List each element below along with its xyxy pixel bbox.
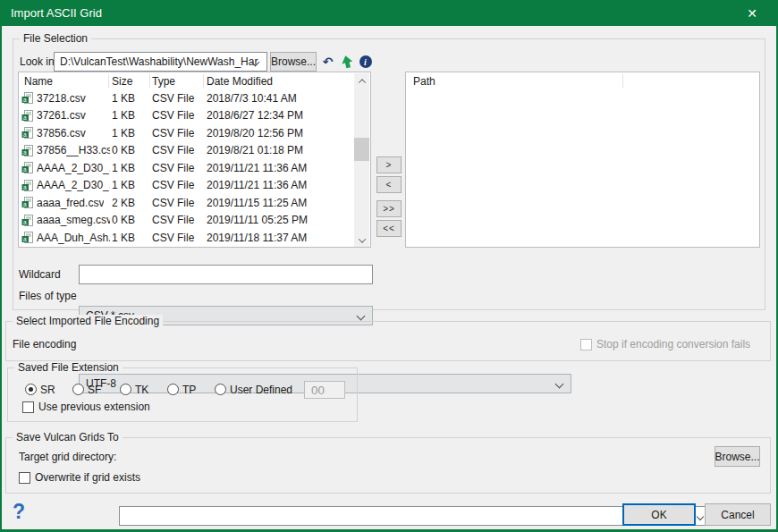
csv-file-icon: a bbox=[21, 110, 33, 122]
radio-user-defined[interactable]: User Defined bbox=[215, 383, 292, 396]
file-row[interactable]: aaaaa_fred.csv2 KBCSV File2019/11/15 11:… bbox=[19, 194, 370, 212]
use-previous-extension-checkbox[interactable]: Use previous extension bbox=[22, 401, 150, 413]
csv-file-icon: a bbox=[21, 92, 33, 104]
file-selection-group-label: File Selection bbox=[20, 32, 91, 45]
close-icon[interactable]: ✕ bbox=[739, 0, 765, 26]
svg-text:a: a bbox=[23, 148, 27, 155]
file-name: aaaa_fred.csv bbox=[37, 197, 104, 209]
file-row[interactable]: aAAAA_2_D30_...1 KBCSV File2019/11/21 11… bbox=[19, 177, 370, 195]
look-in-label: Look in bbox=[20, 52, 55, 72]
radio-button[interactable] bbox=[25, 384, 37, 395]
radio-button[interactable] bbox=[72, 384, 84, 395]
radio-button[interactable] bbox=[120, 384, 131, 395]
vertical-scrollbar[interactable] bbox=[354, 73, 369, 248]
file-size: 1 KB bbox=[110, 162, 150, 174]
column-header-name[interactable]: Name bbox=[19, 75, 110, 88]
radio-label: SF bbox=[88, 384, 101, 396]
file-row[interactable]: a37856__H33.csv0 KBCSV File2019/8/21 01:… bbox=[19, 142, 370, 160]
radio-button[interactable] bbox=[167, 384, 179, 395]
radio-sr[interactable]: SR bbox=[25, 383, 55, 396]
file-size: 1 KB bbox=[110, 179, 150, 191]
use-previous-extension-label: Use previous extension bbox=[38, 401, 150, 413]
up-arrow-glyph bbox=[341, 55, 353, 69]
file-modified: 2018/6/27 12:34 PM bbox=[205, 109, 370, 122]
file-row[interactable]: a37261.csv1 KBCSV File2018/6/27 12:34 PM bbox=[19, 107, 370, 125]
overwrite-if-grid-exists-checkbox[interactable]: Overwrite if grid exists bbox=[19, 471, 140, 484]
wildcard-input[interactable] bbox=[79, 265, 373, 284]
file-encoding-label: File encoding bbox=[13, 334, 76, 354]
ok-button-label: OK bbox=[651, 509, 666, 521]
file-size: 1 KB bbox=[110, 92, 150, 105]
browse-target-button-label: Browse... bbox=[715, 451, 760, 463]
column-header-size[interactable]: Size bbox=[110, 75, 150, 88]
file-row[interactable]: aAAAA_2_D30_...1 KBCSV File2019/11/21 11… bbox=[19, 159, 370, 177]
user-defined-extension-input[interactable] bbox=[304, 381, 345, 399]
radio-tp[interactable]: TP bbox=[167, 383, 196, 396]
file-type: CSV File bbox=[150, 162, 205, 174]
file-type: CSV File bbox=[150, 197, 205, 209]
file-row[interactable]: aAAA_Duh_Ash...1 KBCSV File2019/11/18 11… bbox=[19, 229, 370, 247]
checkbox-box[interactable] bbox=[22, 401, 34, 413]
column-divider bbox=[108, 74, 109, 88]
file-modified: 2019/11/15 11:25 AM bbox=[205, 197, 370, 209]
up-directory-icon[interactable] bbox=[339, 54, 354, 70]
file-size: 1 KB bbox=[110, 109, 150, 122]
checkbox-box[interactable] bbox=[19, 472, 30, 484]
look-in-value: D:\VulcanTest\Washability\NewWash_Har bbox=[60, 55, 258, 68]
csv-file-icon: a bbox=[21, 162, 33, 173]
radio-button[interactable] bbox=[215, 384, 226, 395]
encoding-group-label: Select Imported File Encoding bbox=[13, 315, 163, 327]
cancel-button[interactable]: Cancel bbox=[705, 503, 771, 526]
file-rows: a37218.csv1 KBCSV File2018/7/3 10:41 AMa… bbox=[19, 89, 370, 247]
add-all-files-button[interactable]: >> bbox=[376, 200, 402, 217]
file-modified: 2019/11/11 05:25 PM bbox=[205, 214, 370, 226]
column-header-modified[interactable]: Date Modified bbox=[205, 75, 370, 88]
look-in-combobox[interactable]: D:\VulcanTest\Washability\NewWash_Har bbox=[54, 52, 267, 72]
file-name: 37856__H33.csv bbox=[37, 144, 110, 156]
browse-target-button[interactable]: Browse... bbox=[715, 446, 760, 467]
file-modified: 2019/8/20 12:56 PM bbox=[205, 127, 370, 139]
ok-button[interactable]: OK bbox=[622, 503, 696, 526]
selected-file-list[interactable]: Path bbox=[405, 72, 760, 248]
save-vulcan-grids-group: Save Vulcan Grids To bbox=[5, 437, 771, 494]
save-vulcan-grids-group-label: Save Vulcan Grids To bbox=[13, 431, 123, 443]
file-name: AAA_Duh_Ash... bbox=[37, 232, 110, 244]
scrollbar-thumb[interactable] bbox=[354, 138, 369, 161]
remove-all-files-button[interactable]: << bbox=[376, 220, 402, 237]
help-icon[interactable]: ? bbox=[13, 500, 25, 524]
svg-text:a: a bbox=[23, 166, 27, 173]
radio-sf[interactable]: SF bbox=[72, 383, 101, 396]
wildcard-label: Wildcard bbox=[19, 265, 61, 284]
file-row[interactable]: aaaaa_smeg.csv0 KBCSV File2019/11/11 05:… bbox=[19, 212, 370, 230]
file-size: 2 KB bbox=[110, 197, 150, 209]
column-header-type[interactable]: Type bbox=[150, 75, 205, 88]
import-ascii-grid-dialog: Import ASCII Grid ✕ File Selection Look … bbox=[0, 0, 778, 532]
file-size: 0 KB bbox=[110, 144, 150, 156]
source-file-list[interactable]: Name Size Type Date Modified a37218.csv1… bbox=[18, 72, 371, 248]
file-row[interactable]: a37856.csv1 KBCSV File2019/8/20 12:56 PM bbox=[19, 124, 370, 142]
target-grid-directory-label: Target grid directory: bbox=[19, 447, 116, 467]
file-name: aaaa_smeg.csv bbox=[37, 214, 110, 226]
browse-files-button[interactable]: Browse... bbox=[270, 52, 317, 72]
remove-file-button[interactable]: < bbox=[376, 176, 402, 193]
scrollbar-up-icon[interactable] bbox=[354, 73, 369, 89]
radio-tk[interactable]: TK bbox=[120, 383, 148, 396]
file-row[interactable]: a37218.csv1 KBCSV File2018/7/3 10:41 AM bbox=[19, 89, 370, 107]
add-file-button[interactable]: > bbox=[376, 156, 402, 173]
file-list-header[interactable]: Name Size Type Date Modified bbox=[19, 72, 370, 89]
file-name: 37261.csv bbox=[37, 109, 86, 122]
file-name: AAAA_2_D30_... bbox=[37, 162, 110, 174]
files-of-type-label: Files of type bbox=[19, 286, 77, 306]
browse-files-button-label: Browse... bbox=[271, 55, 316, 68]
file-modified: 2019/11/18 11:37 AM bbox=[205, 232, 370, 244]
csv-file-icon: a bbox=[21, 215, 33, 226]
file-type: CSV File bbox=[150, 144, 205, 156]
info-icon[interactable]: i bbox=[358, 54, 373, 70]
column-header-path[interactable]: Path bbox=[406, 75, 759, 88]
svg-text:a: a bbox=[23, 201, 27, 207]
scrollbar-down-icon[interactable] bbox=[354, 232, 369, 248]
csv-file-icon: a bbox=[21, 232, 33, 243]
undo-icon[interactable]: ↶ bbox=[320, 54, 335, 70]
file-type: CSV File bbox=[150, 109, 205, 122]
titlebar: Import ASCII Grid ✕ bbox=[0, 0, 778, 26]
